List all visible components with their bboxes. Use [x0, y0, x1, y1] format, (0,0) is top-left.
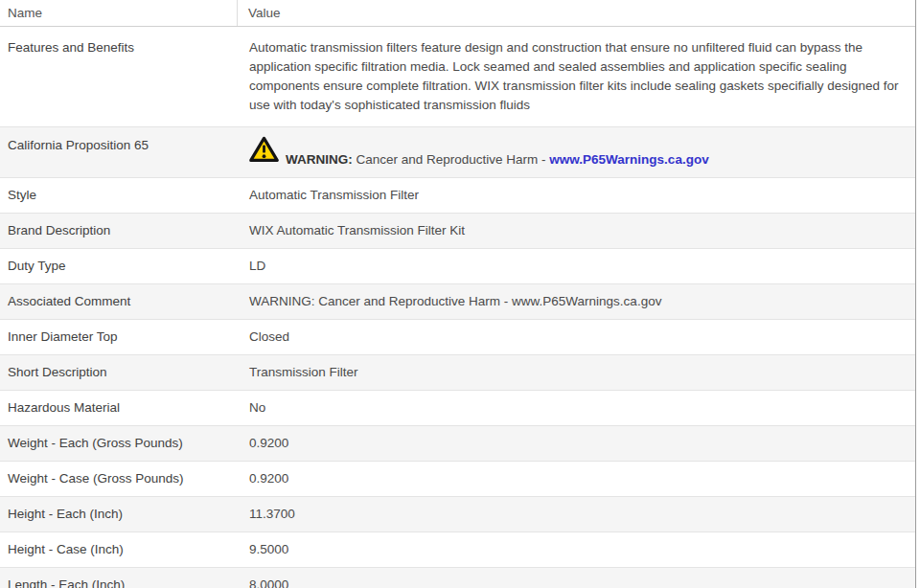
spec-value: No: [249, 391, 915, 425]
spec-name: Height - Case (Inch): [0, 532, 249, 567]
spec-name: Length - Each (Inch): [0, 568, 249, 588]
spec-value: WARNING: Cancer and Reproductive Harm - …: [249, 127, 915, 177]
spec-value: 8.0000: [249, 568, 915, 588]
table-body: Features and Benefits Automatic transmis…: [0, 27, 915, 588]
spec-name: Associated Comment: [0, 284, 249, 319]
spec-value: WIX Automatic Transmission Filter Kit: [249, 214, 915, 248]
table-row: Weight - Each (Gross Pounds) 0.9200: [0, 426, 915, 462]
warning-label: WARNING:: [286, 152, 353, 167]
column-header-value: Value: [238, 0, 915, 26]
spec-name: Brand Description: [0, 214, 249, 248]
spec-value: Transmission Filter: [249, 355, 915, 390]
prop65-warning-text: WARNING: Cancer and Reproductive Harm - …: [286, 150, 709, 169]
warning-triangle-icon: [249, 136, 279, 169]
table-header: Name Value: [0, 0, 915, 27]
table-row: Short Description Transmission Filter: [0, 355, 915, 391]
table-row: Height - Case (Inch) 9.5000: [0, 532, 915, 568]
spec-name: Style: [0, 178, 249, 213]
spec-value: 9.5000: [249, 532, 915, 567]
warning-harm-text: Cancer and Reproductive Harm -: [353, 152, 550, 167]
spec-value: 0.9200: [249, 462, 915, 496]
spec-name: Features and Benefits: [0, 27, 249, 69]
table-row: Weight - Case (Gross Pounds) 0.9200: [0, 462, 915, 497]
table-row: Height - Each (Inch) 11.3700: [0, 497, 915, 532]
spec-value: WARNING: Cancer and Reproductive Harm - …: [249, 284, 915, 319]
table-row: Hazardous Material No: [0, 391, 915, 426]
spec-name: Short Description: [0, 355, 249, 390]
table-row: Length - Each (Inch) 8.0000: [0, 568, 915, 588]
spec-name: California Proposition 65: [0, 127, 249, 164]
spec-name: Inner Diameter Top: [0, 320, 249, 354]
spec-value: LD: [249, 249, 915, 283]
spec-value: Automatic transmission filters feature d…: [249, 27, 915, 126]
column-header-name: Name: [0, 0, 238, 26]
spec-name: Duty Type: [0, 249, 249, 283]
spec-value: Closed: [249, 320, 915, 354]
spec-name: Weight - Case (Gross Pounds): [0, 462, 249, 496]
spec-table: Name Value Features and Benefits Automat…: [0, 0, 916, 588]
spec-value: 0.9200: [249, 426, 915, 461]
table-row: Style Automatic Transmission Filter: [0, 178, 915, 214]
table-row: Brand Description WIX Automatic Transmis…: [0, 214, 915, 249]
spec-value: 11.3700: [249, 497, 915, 531]
spec-name: Hazardous Material: [0, 391, 249, 425]
table-row: Duty Type LD: [0, 249, 915, 284]
table-row: California Proposition 65 WARNING: Cance…: [0, 127, 915, 178]
spec-name: Weight - Each (Gross Pounds): [0, 426, 249, 461]
table-row: Features and Benefits Automatic transmis…: [0, 27, 915, 127]
table-row: Inner Diameter Top Closed: [0, 320, 915, 355]
spec-name: Height - Each (Inch): [0, 497, 249, 531]
p65-warnings-link[interactable]: www.P65Warnings.ca.gov: [549, 152, 708, 167]
table-row: Associated Comment WARNING: Cancer and R…: [0, 284, 915, 320]
spec-value: Automatic Transmission Filter: [249, 178, 915, 213]
